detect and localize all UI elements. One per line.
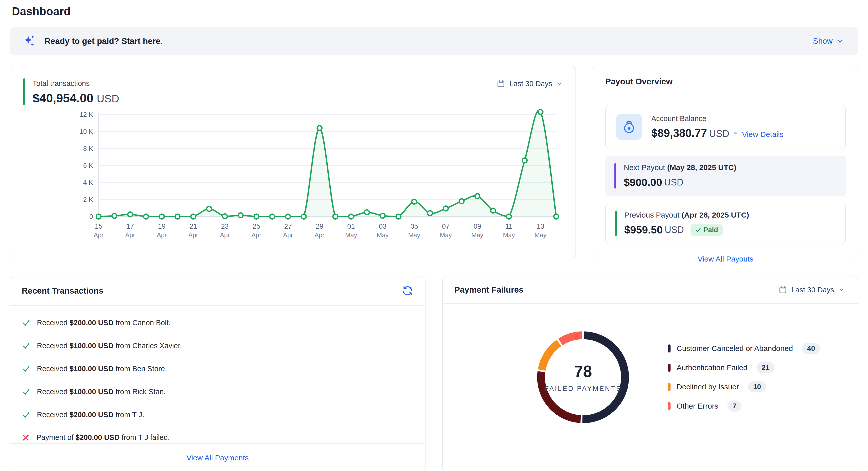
previous-payout-label: Previous Payout: [624, 211, 679, 219]
previous-payout-amount: $959.50: [624, 224, 663, 236]
green-accent-bar: [615, 211, 617, 236]
chevron-down-icon: [556, 80, 563, 87]
legend-count-badge: 40: [802, 343, 820, 354]
paid-label: Paid: [704, 226, 718, 234]
success-check-icon: [22, 388, 30, 396]
legend-item[interactable]: Authentication Failed21: [668, 362, 820, 373]
failed-payments-label: FAILED PAYMENTS: [545, 385, 621, 393]
transaction-text: Payment of $200.00 USD from T J failed.: [36, 433, 170, 442]
next-payout-label: Next Payout: [624, 163, 665, 172]
transactions-line-chart: 02 K4 K6 K8 K10 K12 K15Apr17Apr19Apr21Ap…: [73, 108, 569, 252]
transaction-text: Received $200.00 USD from Canon Bolt.: [37, 318, 170, 327]
legend-item[interactable]: Other Errors7: [668, 401, 820, 412]
payment-failures-title: Payment Failures: [454, 285, 523, 295]
refresh-icon: [402, 285, 413, 297]
transaction-text: Received $100.00 USD from Ben Store.: [37, 365, 167, 373]
chart-range-selector[interactable]: Last 30 Days: [495, 79, 564, 89]
transaction-text: Received $100.00 USD from Charles Xavier…: [37, 342, 182, 350]
svg-text:6 K: 6 K: [83, 162, 93, 169]
failures-range-selector[interactable]: Last 30 Days: [777, 285, 846, 295]
account-balance-label: Account Balance: [651, 114, 783, 123]
account-balance-amount: $89,380.77: [651, 127, 707, 139]
recent-transactions-title: Recent Transactions: [22, 286, 103, 296]
success-check-icon: [22, 364, 30, 373]
svg-text:27: 27: [284, 223, 292, 230]
banner-text: Ready to get paid? Start here.: [44, 36, 163, 46]
total-transactions-card: Total transactions $40,954.00 USD Last 3…: [10, 66, 576, 258]
svg-text:19: 19: [158, 223, 165, 230]
svg-text:May: May: [503, 231, 515, 239]
svg-text:May: May: [471, 231, 484, 239]
next-payout-date: (May 28, 2025 UTC): [667, 163, 736, 172]
transaction-text: Received $200.00 USD from T J.: [37, 411, 144, 419]
svg-text:May: May: [534, 231, 547, 239]
svg-text:May: May: [440, 231, 452, 239]
next-payout-currency: USD: [664, 177, 683, 188]
amount-value: $40,954.00: [33, 92, 93, 105]
payout-overview-card: Payout Overview Account Balance $89,380.…: [593, 66, 858, 258]
failures-legend: Customer Canceled or Abandoned40Authenti…: [668, 343, 820, 412]
svg-text:8 K: 8 K: [83, 145, 93, 153]
previous-payout-currency: USD: [665, 225, 684, 235]
transaction-list-item[interactable]: Received $200.00 USD from T J.: [22, 410, 413, 419]
next-payout-amount: $900.00: [624, 176, 662, 189]
legend-count-badge: 21: [756, 362, 774, 373]
paid-status-badge: Paid: [690, 224, 723, 236]
chevron-down-icon: [837, 38, 844, 45]
legend-label: Other Errors: [677, 402, 718, 410]
legend-marker: [668, 383, 671, 391]
svg-text:11: 11: [505, 223, 513, 230]
transaction-list-item[interactable]: Received $200.00 USD from Canon Bolt.: [22, 318, 413, 327]
svg-text:May: May: [408, 231, 421, 239]
banner-show-button[interactable]: Show: [811, 36, 845, 46]
svg-text:10 K: 10 K: [80, 128, 93, 135]
payout-overview-title: Payout Overview: [605, 77, 846, 87]
next-payout-box: Next Payout (May 28, 2025 UTC) $900.00 U…: [605, 156, 846, 196]
view-all-payouts-link[interactable]: View All Payouts: [605, 255, 846, 263]
total-transactions-amount: $40,954.00 USD: [33, 91, 119, 105]
svg-text:May: May: [345, 231, 357, 239]
range-label: Last 30 Days: [792, 286, 834, 294]
svg-text:Apr: Apr: [94, 231, 104, 239]
view-all-payments-link[interactable]: View All Payments: [186, 453, 249, 462]
svg-text:Apr: Apr: [125, 231, 135, 239]
legend-label: Customer Canceled or Abandoned: [677, 344, 793, 353]
svg-text:13: 13: [537, 223, 545, 230]
success-check-icon: [22, 318, 30, 327]
legend-marker: [668, 402, 671, 410]
svg-text:21: 21: [189, 223, 197, 230]
account-balance-box: Account Balance $89,380.77 USD View Deta…: [605, 105, 846, 149]
transaction-list-item[interactable]: Received $100.00 USD from Rick Stan.: [22, 388, 413, 396]
legend-label: Authentication Failed: [677, 363, 747, 372]
recent-transactions-footer: View All Payments: [10, 443, 425, 471]
svg-text:0: 0: [90, 213, 93, 220]
green-accent-bar: [23, 78, 25, 105]
account-balance-currency: USD: [709, 128, 729, 139]
transaction-list-item[interactable]: Received $100.00 USD from Ben Store.: [22, 364, 413, 373]
svg-text:23: 23: [221, 223, 228, 230]
view-details-link[interactable]: View Details: [742, 130, 783, 139]
money-bag-icon: [616, 114, 642, 140]
svg-text:Apr: Apr: [252, 231, 261, 239]
amount-currency: USD: [97, 93, 119, 105]
onboarding-banner: Ready to get paid? Start here. Show: [10, 27, 858, 55]
transaction-list-item[interactable]: Payment of $200.00 USD from T J failed.: [22, 433, 413, 442]
success-check-icon: [22, 410, 30, 419]
calendar-icon: [778, 285, 787, 294]
legend-item[interactable]: Customer Canceled or Abandoned40: [668, 343, 820, 354]
dashboard-page: Dashboard Ready to get paid? Start here.…: [0, 0, 868, 471]
svg-text:25: 25: [253, 223, 260, 230]
refresh-button[interactable]: [402, 285, 413, 297]
legend-marker: [668, 364, 671, 372]
failed-payments-count: 78: [574, 362, 592, 381]
chevron-down-icon: [838, 287, 845, 293]
donut-center-label: 78 FAILED PAYMENTS: [534, 328, 632, 427]
transaction-list-item[interactable]: Received $100.00 USD from Charles Xavier…: [22, 341, 413, 350]
transaction-text: Received $100.00 USD from Rick Stan.: [37, 388, 165, 396]
total-transactions-metric: Total transactions $40,954.00 USD: [23, 78, 119, 105]
success-check-icon: [22, 341, 30, 350]
svg-text:12 K: 12 K: [80, 111, 93, 118]
check-icon: [695, 227, 701, 233]
legend-item[interactable]: Declined by Issuer10: [668, 381, 820, 393]
legend-label: Declined by Issuer: [677, 382, 739, 391]
